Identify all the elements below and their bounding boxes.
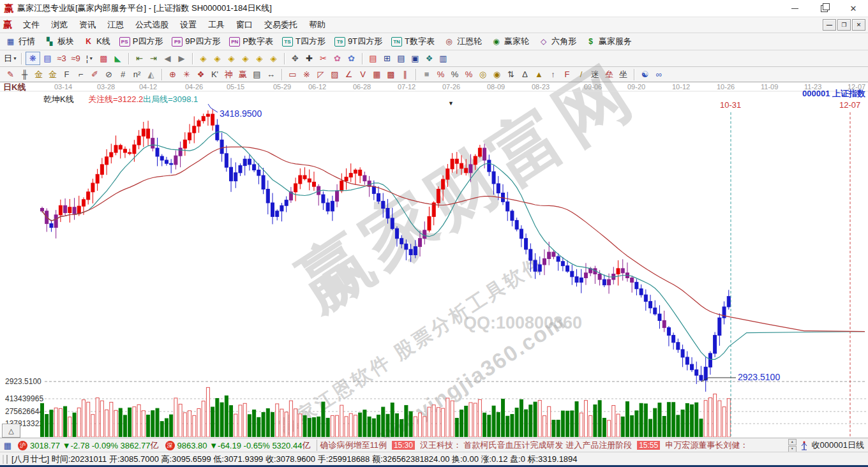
gold-grid-tool-icon[interactable]: 金 bbox=[32, 68, 45, 80]
v-shape-tool-icon[interactable]: V bbox=[356, 68, 370, 80]
wave-3-tool-icon[interactable]: ≈3 bbox=[55, 52, 68, 64]
circle-divide-tool-icon[interactable]: ⊘ bbox=[102, 68, 116, 80]
step-forward-button-icon[interactable]: ▶ bbox=[175, 52, 188, 64]
updown-flag-tool-icon[interactable]: ⇅ bbox=[504, 68, 518, 80]
zuo-tool-icon[interactable]: 坐 bbox=[617, 68, 630, 80]
mdi-restore-button[interactable]: ❐ bbox=[837, 19, 851, 31]
toolbar-button-gann-wheel[interactable]: ◎江恩轮 bbox=[444, 36, 482, 47]
toolbar-button-winner-service[interactable]: $赢家服务 bbox=[585, 36, 632, 47]
mdi-close-button[interactable]: ✕ bbox=[852, 19, 865, 31]
gold-fan-tool-icon[interactable]: / bbox=[574, 68, 588, 80]
gann-boxsnow-tool-icon[interactable]: ❖ bbox=[194, 68, 207, 80]
red-grid2-tool-icon[interactable]: ▩ bbox=[384, 68, 398, 80]
shen-grid-tool-icon[interactable]: 神 bbox=[222, 68, 236, 80]
red-lattice-tool-icon[interactable]: ▩ bbox=[97, 52, 110, 64]
red-pencil-tool-icon[interactable]: ✐ bbox=[88, 68, 101, 80]
mi-tool-icon[interactable]: 迷 bbox=[588, 68, 602, 80]
crosshair-tool-icon[interactable]: ✚ bbox=[303, 52, 316, 64]
hatch-box-tool-icon[interactable]: ▨ bbox=[328, 68, 341, 80]
kline-chart-svg[interactable]: 03-1403-2804-1204-2605-1505-2906-1206-28… bbox=[0, 82, 868, 437]
minimize-button[interactable] bbox=[780, 0, 809, 17]
f10-info-tool-icon[interactable]: ▤ bbox=[41, 52, 54, 64]
f-grid-tool-icon[interactable]: F bbox=[60, 68, 73, 80]
lift-tool-icon[interactable]: ↑ bbox=[546, 68, 560, 80]
red-grid-tool-icon[interactable]: ▦ bbox=[370, 68, 384, 80]
gann-diamond-center-icon[interactable]: ◈ bbox=[239, 52, 252, 64]
news-ticker[interactable]: 确诊病例增至11例15:30汉王科技： 首款柯氏音血压计完成研发 进入产品注册阶… bbox=[317, 440, 788, 451]
ticker-down-button[interactable]: ▼ bbox=[788, 446, 797, 452]
mind-tool-blue-icon[interactable]: ✿ bbox=[345, 52, 358, 64]
maximize-button[interactable] bbox=[809, 0, 839, 17]
menu-item-5[interactable]: 公式选股 bbox=[130, 19, 174, 31]
period-day-dropdown-icon[interactable]: 日▼ bbox=[4, 52, 17, 64]
notebook-tool-icon[interactable]: ▤ bbox=[394, 52, 408, 64]
corner-tool-icon[interactable]: ⌐ bbox=[74, 68, 87, 80]
fan-box-tool-icon[interactable]: ◸ bbox=[314, 68, 327, 80]
toolbar-button-kline[interactable]: KK线 bbox=[83, 36, 110, 47]
mind-tool-pink-icon[interactable]: ✿ bbox=[331, 52, 344, 64]
ratio-panel-tool-icon[interactable]: ≡ bbox=[420, 68, 433, 80]
toolbar-button-sectors[interactable]: ▚板块 bbox=[44, 36, 74, 47]
save-tool-icon[interactable]: ▣ bbox=[408, 52, 422, 64]
ruler-tool-icon[interactable]: ▤ bbox=[250, 68, 264, 80]
period-day-dropdown-dropdown-arrow[interactable]: ▼ bbox=[13, 56, 17, 61]
gold-ring-tool-icon[interactable]: ◎ bbox=[476, 68, 490, 80]
ying-grid-tool-icon[interactable]: 赢 bbox=[236, 68, 250, 80]
calculator-tool-icon[interactable]: ⊞ bbox=[380, 52, 394, 64]
k-mark-tool-icon[interactable]: K' bbox=[208, 68, 221, 80]
toolbar-button-t-square[interactable]: TST四方形 bbox=[282, 36, 326, 47]
angle-wing-tool-icon[interactable]: ◭ bbox=[144, 68, 158, 80]
toolbar-button-t9-square[interactable]: T99T四方形 bbox=[334, 36, 382, 47]
menu-item-9[interactable]: 交易委托 bbox=[258, 19, 303, 31]
toolbar-button-p-square[interactable]: PSP四方形 bbox=[119, 36, 163, 47]
menu-item-1[interactable]: 文件 bbox=[17, 19, 45, 31]
gann-diamond-full-icon[interactable]: ◈ bbox=[267, 52, 280, 64]
jump-last-button-icon[interactable]: ⇥ bbox=[147, 52, 160, 64]
pan-hand-tool-icon[interactable]: ✥ bbox=[288, 52, 302, 64]
gold-tri-tool-icon[interactable]: ▲ bbox=[532, 68, 546, 80]
gann-flower-tool-icon[interactable]: ❋ bbox=[26, 52, 40, 65]
gann-diamond-left-icon[interactable]: ◈ bbox=[197, 52, 210, 64]
ticker-up-button[interactable]: ▲ bbox=[788, 439, 797, 445]
shenzhen-index-quote[interactable]: 9863.80 ▼-64.19 -0.65% 5320.44 bbox=[177, 441, 303, 450]
gann-diamond-width-icon[interactable]: ◈ bbox=[225, 52, 238, 64]
close-button[interactable]: ✕ bbox=[839, 0, 868, 17]
net-data-tool-icon[interactable]: ❖ bbox=[423, 52, 436, 64]
percent-gold-tool-icon[interactable]: % bbox=[462, 68, 475, 80]
h-measure-tool-icon[interactable]: ↔ bbox=[264, 68, 278, 80]
menu-item-10[interactable]: 帮助 bbox=[303, 19, 331, 31]
quote-grid-icon[interactable]: ▦ bbox=[2, 441, 13, 450]
cut-tool-icon[interactable]: ✂ bbox=[317, 52, 330, 64]
menu-item-2[interactable]: 浏览 bbox=[45, 19, 73, 31]
grid-tool-icon[interactable]: ╫ bbox=[18, 68, 31, 80]
draw-pencil-tool-icon[interactable]: ✎ bbox=[4, 68, 17, 80]
shenzhen-market-icon[interactable]: 深 bbox=[165, 441, 175, 450]
jump-first-button-icon[interactable]: ⇤ bbox=[133, 52, 146, 64]
menu-item-7[interactable]: 工具 bbox=[202, 19, 230, 31]
toolbar-button-p-number[interactable]: PNP数字表 bbox=[229, 36, 273, 47]
gold-grid2-tool-icon[interactable]: 金 bbox=[46, 68, 59, 80]
gann-diamond-right-icon[interactable]: ◈ bbox=[211, 52, 224, 64]
gann-snow-tool-icon[interactable]: ✳ bbox=[180, 68, 193, 80]
color-chart-tool-icon[interactable]: ◣ bbox=[111, 52, 124, 64]
toolbar-button-hexagon[interactable]: ◇六角形 bbox=[538, 36, 576, 47]
fan-lines-tool-icon[interactable]: ※ bbox=[300, 68, 313, 80]
menu-item-4[interactable]: 江恩 bbox=[101, 19, 130, 31]
toolbar-button-winner-wheel[interactable]: ◉赢家轮 bbox=[491, 36, 529, 47]
taiji-tool-icon[interactable]: ☯ bbox=[638, 68, 652, 80]
menu-item-3[interactable]: 资讯 bbox=[73, 19, 101, 31]
a-angle-tool-icon[interactable]: ∆ bbox=[518, 68, 532, 80]
toolbar-button-quotes[interactable]: ▦行情 bbox=[5, 36, 35, 47]
calendar-tool-icon[interactable]: ▤ bbox=[366, 52, 380, 64]
shanghai-market-icon[interactable]: 沪 bbox=[18, 441, 27, 450]
n-square-tool-icon[interactable]: n² bbox=[130, 68, 144, 80]
infinity-tool-icon[interactable]: ∞ bbox=[652, 68, 666, 80]
step-back-button-icon[interactable]: ◀ bbox=[161, 52, 174, 64]
percent-x-tool-icon[interactable]: % bbox=[434, 68, 447, 80]
lei-tool-icon[interactable]: 垒 bbox=[602, 68, 616, 80]
candle-type-dropdown-icon[interactable]: ¦▼ bbox=[83, 52, 96, 64]
shanghai-index-quote[interactable]: 3018.77 ▼-2.78 -0.09% 3862.77 bbox=[30, 441, 151, 450]
percent-tool-icon[interactable]: % bbox=[448, 68, 461, 80]
gold-ring2-tool-icon[interactable]: ◉ bbox=[490, 68, 504, 80]
parallel-lines-tool-icon[interactable]: ∥ bbox=[398, 68, 412, 80]
